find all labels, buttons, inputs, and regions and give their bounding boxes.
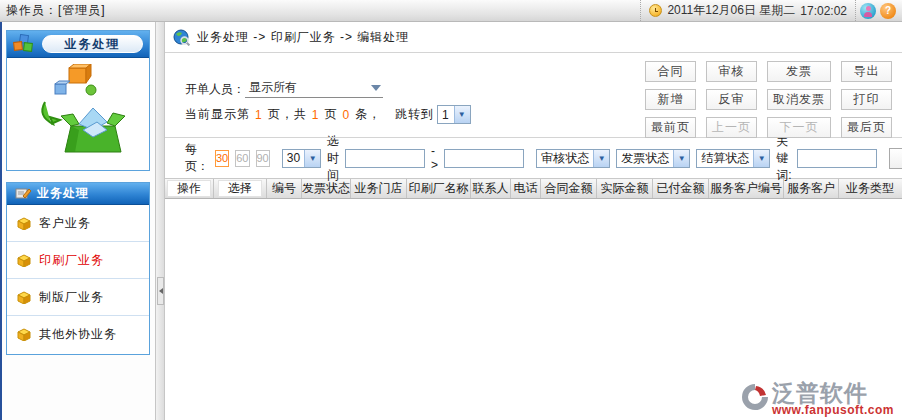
column-header-printing-factory-name[interactable]: 印刷厂名称 xyxy=(407,179,471,198)
sidebar-item-customer-business[interactable]: 客户业务 xyxy=(7,205,149,242)
per-page-option-90[interactable]: 90 xyxy=(256,150,270,167)
cube-icon xyxy=(17,217,31,230)
pageinfo-mid1: 页，共 xyxy=(268,106,307,123)
toolbar-button-grid: 合同 审核 发票 导出 新增 反审 取消发票 打印 最前页 上一页 下一页 最后… xyxy=(645,61,892,138)
settlement-status-select[interactable]: 结算状态 ▼ xyxy=(696,149,770,168)
column-header-contact[interactable]: 联系人 xyxy=(471,179,511,198)
next-page-button[interactable]: 下一页 xyxy=(767,117,831,138)
chevron-down-icon xyxy=(371,85,381,91)
query-button[interactable]: 查 询 xyxy=(889,148,902,169)
jump-page-value: 1 xyxy=(438,108,454,122)
column-header-operation[interactable]: 操作 xyxy=(165,179,214,198)
sidebar-item-label: 其他外协业务 xyxy=(39,326,117,343)
invoice-button[interactable]: 发票 xyxy=(767,61,831,82)
column-header-service-customer[interactable]: 服务客户 xyxy=(784,179,839,198)
cancel-invoice-button[interactable]: 取消发票 xyxy=(767,89,831,110)
opener-label: 开单人员： xyxy=(185,81,245,98)
sidebar-item-label: 制版厂业务 xyxy=(39,289,104,306)
sidebar-illustration-area xyxy=(7,58,149,170)
vendor-url: www.fanpusoft.com xyxy=(772,404,894,416)
column-header-business-type[interactable]: 业务类型 xyxy=(839,179,901,198)
chevron-down-icon: ▼ xyxy=(673,150,689,167)
main-area: 业务处理 -> 印刷厂业务 -> 编辑处理 开单人员： 显示所有 当前显示第 1… xyxy=(165,22,902,420)
prev-page-button[interactable]: 上一页 xyxy=(706,117,757,138)
sidebar: 业务处理 xyxy=(0,22,155,420)
keyword-input[interactable] xyxy=(797,149,877,168)
column-header-business-store[interactable]: 业务门店 xyxy=(351,179,407,198)
pageinfo-prefix: 当前显示第 xyxy=(185,106,250,123)
jump-label: 跳转到 xyxy=(395,106,434,123)
vendor-name: 泛普软件 xyxy=(772,382,868,405)
column-header-select[interactable]: 选择 xyxy=(214,179,267,198)
time-to-input[interactable] xyxy=(444,149,524,168)
breadcrumb: 业务处理 -> 印刷厂业务 -> 编辑处理 xyxy=(197,29,409,46)
per-page-option-30[interactable]: 30 xyxy=(215,150,229,167)
audit-status-select[interactable]: 审核状态 ▼ xyxy=(536,149,610,168)
sidebar-item-platemaking-factory-business[interactable]: 制版厂业务 xyxy=(7,279,149,316)
opener-dropdown-value: 显示所有 xyxy=(249,79,297,96)
settlement-status-value: 结算状态 xyxy=(697,150,753,167)
time-label: 17:02:02 xyxy=(800,4,847,18)
invoice-status-select[interactable]: 发票状态 ▼ xyxy=(616,149,690,168)
current-page-number: 1 xyxy=(253,108,265,122)
audit-status-value: 审核状态 xyxy=(537,150,593,167)
date-label: 2011年12月06日 星期二 xyxy=(667,2,795,19)
sidebar-menu-header: 业务处理 xyxy=(7,183,149,205)
fanpu-logo-icon xyxy=(740,382,770,412)
reverse-audit-button[interactable]: 反审 xyxy=(706,89,757,110)
time-from-input[interactable] xyxy=(345,149,425,168)
box-packing-illustration xyxy=(23,64,133,164)
user-icon[interactable] xyxy=(860,3,876,19)
column-header-phone[interactable]: 电话 xyxy=(511,179,541,198)
column-header-paid-amount[interactable]: 已付金额 xyxy=(653,179,709,198)
chevron-down-icon: ▼ xyxy=(753,150,769,167)
chevron-down-icon: ▼ xyxy=(454,106,470,123)
column-header-contract-amount[interactable]: 合同金额 xyxy=(541,179,597,198)
per-page-select[interactable]: 30 ▼ xyxy=(282,149,321,168)
collapse-sidebar-button[interactable] xyxy=(157,277,164,305)
invoice-status-value: 发票状态 xyxy=(617,150,673,167)
panel-splitter[interactable] xyxy=(155,22,165,420)
audit-button[interactable]: 审核 xyxy=(706,61,757,82)
pageinfo-mid2: 页 xyxy=(324,106,337,123)
table-body-empty xyxy=(165,199,902,395)
first-page-button[interactable]: 最前页 xyxy=(645,117,696,138)
operator-label: 操作员：[管理员] xyxy=(0,2,106,19)
breadcrumb-bar: 业务处理 -> 印刷厂业务 -> 编辑处理 xyxy=(165,22,902,53)
column-header-invoice-status[interactable]: 发票状态 xyxy=(302,179,351,198)
opener-dropdown[interactable]: 显示所有 xyxy=(245,79,383,98)
chevron-down-icon: ▼ xyxy=(593,150,609,167)
sidebar-item-printing-factory-business[interactable]: 印刷厂业务 xyxy=(7,242,149,279)
sidebar-item-other-outsourcing-business[interactable]: 其他外协业务 xyxy=(7,316,149,353)
clock-icon xyxy=(649,4,662,17)
vendor-watermark: 泛普软件 www.fanpusoft.com xyxy=(740,382,894,416)
cubes-icon xyxy=(13,34,35,54)
cube-icon xyxy=(17,254,31,267)
contract-button[interactable]: 合同 xyxy=(645,61,696,82)
last-page-button[interactable]: 最后页 xyxy=(841,117,892,138)
jump-page-select[interactable]: 1 ▼ xyxy=(437,105,471,124)
sidebar-top-panel-title-button[interactable]: 业务处理 xyxy=(42,35,143,53)
cube-icon xyxy=(17,328,31,341)
print-button[interactable]: 打印 xyxy=(841,89,892,110)
datetime-area: 2011年12月06日 星期二 17:02:02 xyxy=(640,0,856,21)
per-page-option-60[interactable]: 60 xyxy=(235,150,249,167)
column-header-number[interactable]: 编号 xyxy=(267,179,302,198)
help-icon[interactable]: ? xyxy=(880,3,896,19)
sidebar-top-panel: 业务处理 xyxy=(6,30,150,171)
add-new-button[interactable]: 新增 xyxy=(645,89,696,110)
export-button[interactable]: 导出 xyxy=(841,61,892,82)
globe-search-icon xyxy=(173,29,190,46)
sidebar-menu-panel: 业务处理 客户业务 印刷厂业务 制版厂业务 xyxy=(6,182,150,355)
sidebar-menu-title: 业务处理 xyxy=(37,185,89,202)
sidebar-item-label: 客户业务 xyxy=(39,215,91,232)
per-page-label: 每页： xyxy=(185,141,209,175)
vendor-watermark-text: 泛普软件 www.fanpusoft.com xyxy=(772,382,894,416)
column-header-actual-amount[interactable]: 实际金额 xyxy=(597,179,653,198)
edit-note-icon xyxy=(15,187,31,200)
opener-filter-row: 开单人员： 显示所有 xyxy=(185,79,383,98)
table-header-row: 操作 选择 编号 发票状态 业务门店 印刷厂名称 联系人 电话 合同金额 实际金… xyxy=(165,178,902,199)
pageinfo-mid3: 条， xyxy=(355,106,381,123)
time-range-label: 选时间 xyxy=(327,133,339,184)
column-header-service-customer-number[interactable]: 服务客户编号 xyxy=(709,179,784,198)
